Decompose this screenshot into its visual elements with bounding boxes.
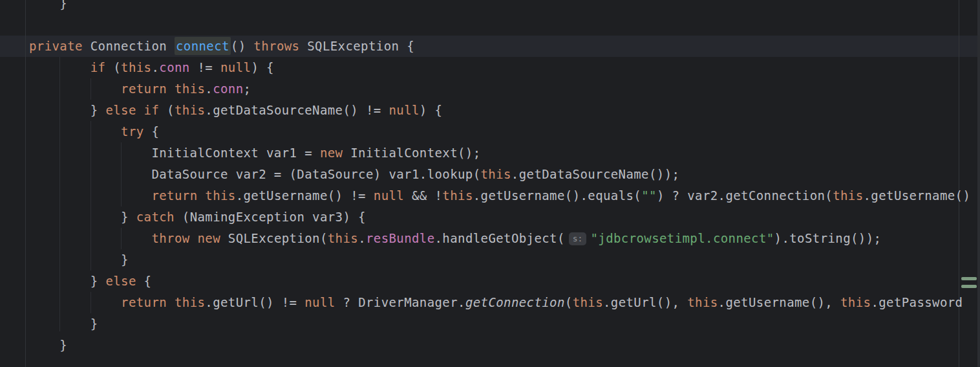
code-token [29, 124, 121, 139]
code-token: } [29, 317, 98, 331]
code-token: .getUrl(), [603, 295, 687, 309]
code-token: InitialContext(); [343, 146, 480, 160]
code-token: this [175, 103, 205, 117]
code-token: "jdbcrowsetimpl.connect" [590, 231, 774, 245]
code-token [136, 103, 144, 117]
code-token: != [190, 60, 220, 74]
code-token: .getDataSourceName()); [511, 167, 679, 181]
code-token: { [144, 124, 160, 139]
code-token: this [175, 295, 205, 309]
code-token: this [328, 231, 358, 245]
code-token: ( [565, 295, 573, 309]
code-line[interactable]: return this.getUrl() != null ? DriverMan… [29, 292, 980, 313]
code-token: else [105, 103, 136, 117]
code-token: this [481, 167, 511, 181]
code-line[interactable]: } catch (NamingException var3) { [29, 206, 980, 228]
code-token: } [29, 274, 105, 288]
code-token: } [29, 338, 67, 352]
code-line[interactable]: throw new SQLException(this.resBundle.ha… [29, 228, 980, 249]
code-line[interactable]: } [29, 335, 980, 356]
code-token: throw [151, 231, 189, 245]
code-token: null [220, 60, 251, 74]
code-token [197, 188, 205, 203]
code-token: .getUsername() != [236, 188, 374, 203]
method-name-highlight: connect [175, 37, 231, 55]
code-token: conn [159, 60, 189, 74]
code-token: if [144, 103, 160, 117]
code-token: Connection [83, 39, 175, 53]
stripe-change-mark[interactable] [961, 277, 977, 280]
code-token: ? DriverManager. [336, 295, 465, 309]
code-line[interactable]: } else if (this.getDataSourceName() != n… [29, 100, 980, 121]
code-token: if [91, 60, 106, 74]
code-token: null [389, 103, 419, 117]
code-token: } [29, 252, 129, 267]
code-line[interactable]: } [29, 313, 980, 335]
code-line[interactable]: try { [29, 121, 980, 142]
parameter-hint-badge: s: [569, 232, 587, 245]
code-token: return [151, 188, 197, 203]
code-token [29, 60, 91, 74]
code-line[interactable] [29, 356, 980, 367]
code-token: .getUsername().equals( [473, 188, 641, 203]
code-token: } [29, 210, 136, 224]
code-token: this [442, 188, 473, 203]
stripe-change-mark[interactable] [961, 285, 977, 288]
code-token: new [320, 146, 343, 160]
code-token: else [105, 274, 136, 288]
code-token: this [175, 82, 205, 96]
code-line[interactable]: private Connection connect() throws SQLE… [29, 36, 980, 57]
code-token: "" [641, 188, 657, 203]
code-token: this [573, 295, 603, 309]
code-token: getConnection [465, 295, 565, 309]
code-line[interactable]: return this.getUsername() != null && !th… [29, 185, 980, 206]
code-token: this [833, 188, 863, 203]
code-line[interactable]: } else { [29, 271, 980, 292]
code-editor[interactable]: }private Connection connect() throws SQL… [0, 0, 980, 367]
code-line[interactable]: return this.conn; [29, 78, 980, 100]
code-token [29, 231, 151, 245]
code-token: conn [213, 82, 243, 96]
code-line[interactable] [29, 14, 980, 36]
code-token: .getUrl() != [205, 295, 304, 309]
code-token [29, 188, 151, 203]
code-token: this [205, 188, 235, 203]
code-token: { [136, 274, 152, 288]
code-token: private [29, 39, 83, 53]
code-line[interactable]: InitialContext var1 = new InitialContext… [29, 142, 980, 164]
code-line[interactable]: } [29, 0, 980, 14]
code-line[interactable]: } [29, 249, 980, 271]
code-token: return [121, 295, 167, 309]
code-token: DataSource var2 = (DataSource) var1.look… [29, 167, 481, 181]
code-token: ) ? var2.getConnection( [657, 188, 833, 203]
code-token: null [374, 188, 404, 203]
code-token: return [121, 82, 167, 96]
code-token [29, 82, 121, 96]
code-token: SQLException( [220, 231, 328, 245]
code-line[interactable]: DataSource var2 = (DataSource) var1.look… [29, 164, 980, 185]
code-token: this [840, 295, 871, 309]
code-token: catch [136, 210, 175, 224]
code-line[interactable]: if (this.conn != null) { [29, 57, 980, 78]
code-token: .getPassword [871, 295, 963, 309]
code-token: ).toString()); [774, 231, 882, 245]
code-token: .getUsername() [864, 188, 971, 203]
code-token: () [231, 39, 254, 53]
code-token: this [121, 60, 151, 74]
code-token: resBundle [366, 231, 435, 245]
code-token: ( [105, 60, 121, 74]
code-token: && ! [404, 188, 442, 203]
code-token: . [358, 231, 366, 245]
code-token: throws [253, 39, 299, 53]
code-token: ( [159, 103, 175, 117]
code-token: } [29, 103, 105, 117]
code-token: ) { [420, 103, 443, 117]
code-token: new [197, 231, 220, 245]
code-token: .getUsername(), [718, 295, 840, 309]
code-token [190, 231, 198, 245]
code-token: ; [244, 82, 251, 96]
code-token: .getDataSourceName() != [205, 103, 389, 117]
code-area[interactable]: }private Connection connect() throws SQL… [29, 0, 980, 367]
code-token: .handleGetObject( [435, 231, 565, 245]
code-token: InitialContext var1 = [29, 146, 320, 160]
